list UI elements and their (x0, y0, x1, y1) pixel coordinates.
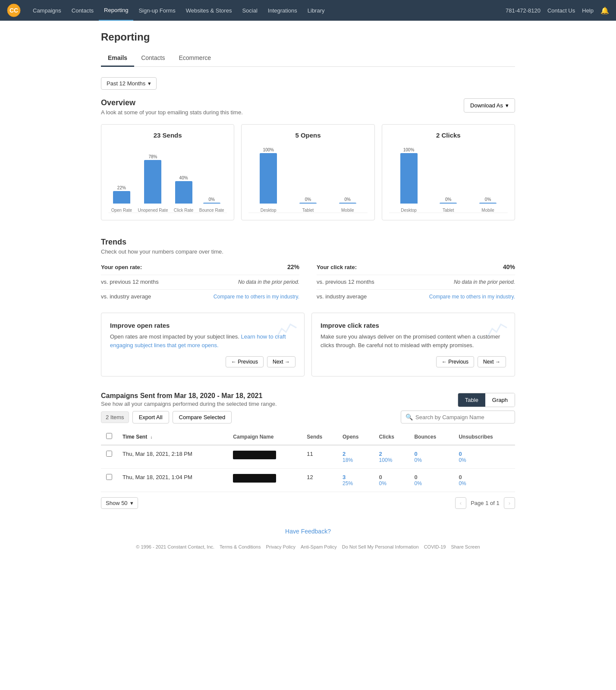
bar-opens-desktop-wrap: 100% (260, 147, 277, 204)
download-button[interactable]: Download As ▾ (464, 98, 515, 113)
opens-chart-card: 5 Opens 100% Desktop 0% (241, 124, 374, 220)
bar-clicks-tablet-wrap: 0% (440, 147, 457, 204)
row2-bounces: 0 0% (409, 469, 453, 492)
page-info: ‹ Page 1 of 1 › (455, 497, 515, 509)
footer-privacy[interactable]: Privacy Policy (266, 544, 295, 549)
trend-open-divider1 (101, 275, 299, 275)
col-bounces[interactable]: Bounces (409, 429, 453, 445)
nav-reporting[interactable]: Reporting (99, 0, 133, 21)
bar-clicks-mobile-wrap: 0% (479, 147, 497, 204)
overview-title: Overview (101, 98, 243, 107)
tip-click-next-button[interactable]: Next → (478, 356, 506, 367)
tip-open-text-before: Open rates are most impacted by your sub… (110, 333, 239, 340)
next-page-button[interactable]: › (504, 497, 515, 509)
bar-click-rate: 40% Click Rate (174, 147, 194, 213)
nav-help[interactable]: Help (582, 7, 594, 14)
view-table-button[interactable]: Table (458, 393, 485, 407)
row1-campaign-name (228, 445, 302, 469)
row1-opens-count: 2 (343, 451, 369, 457)
bar-bounce-rate-bar (203, 203, 220, 204)
trend-open-prev-value: No data in the prior period. (238, 279, 299, 285)
prev-page-button[interactable]: ‹ (455, 497, 466, 509)
bar-click-rate-label: Click Rate (174, 208, 194, 213)
footer-copyright: © 1996 - 2021 Constant Contact, Inc. (136, 544, 214, 549)
compare-selected-button[interactable]: Compare Selected (173, 411, 232, 423)
bar-click-rate-bar (175, 181, 192, 204)
tab-emails[interactable]: Emails (101, 50, 134, 67)
col-campaign-name[interactable]: Campaign Name (228, 429, 302, 445)
view-graph-button[interactable]: Graph (485, 393, 515, 407)
tip-open-nav: ← Previous Next → (110, 356, 295, 367)
nav-contact-us[interactable]: Contact Us (547, 7, 575, 14)
nav-websites-stores[interactable]: Websites & Stores (181, 0, 237, 21)
row2-checkbox[interactable] (106, 474, 112, 480)
tip-card-open-rates: Improve open rates Open rates are most i… (101, 313, 305, 376)
footer-do-not-sell[interactable]: Do Not Sell My Personal Information (342, 544, 419, 549)
nav-items: Campaigns Contacts Reporting Sign-up For… (28, 0, 506, 21)
charts-row: 23 Sends 22% Open Rate (101, 124, 515, 220)
clicks-chart-title: 2 Clicks (389, 132, 508, 139)
bar-opens-mobile-bar (339, 203, 356, 204)
campaigns-table: Time Sent ↓ Campaign Name Sends Opens Cl… (101, 429, 515, 492)
tip-click-prev-button[interactable]: ← Previous (436, 356, 474, 367)
trend-open-prev-row: vs. previous 12 months No data in the pr… (101, 279, 299, 285)
nav-contacts[interactable]: Contacts (66, 0, 99, 21)
sends-bar-chart: 22% Open Rate 78% Unopened Rate (108, 144, 227, 213)
trends-open-col: Your open rate: 22% vs. previous 12 mont… (101, 263, 299, 304)
bar-opens-tablet: 0% Tablet (299, 147, 317, 213)
tip-open-next-button[interactable]: Next → (267, 356, 295, 367)
bar-unopened-rate-label: Unopened Rate (138, 208, 168, 213)
col-clicks[interactable]: Clicks (374, 429, 409, 445)
row1-bounces-pct: 0% (414, 457, 448, 463)
notification-bell-icon[interactable]: 🔔 (600, 6, 609, 15)
col-sends[interactable]: Sends (302, 429, 337, 445)
trend-click-industry-link[interactable]: Compare me to others in my industry. (429, 294, 515, 300)
select-all-checkbox[interactable] (106, 433, 112, 439)
bar-unopened-rate: 78% Unopened Rate (138, 147, 168, 213)
row2-campaign-name-block (233, 474, 276, 483)
bar-open-rate: 22% Open Rate (111, 147, 132, 213)
row2-time-sent: Thu, Mar 18, 2021, 1:04 PM (117, 469, 228, 492)
bar-clicks-tablet: 0% Tablet (440, 147, 457, 213)
footer: © 1996 - 2021 Constant Contact, Inc. Ter… (101, 540, 515, 558)
tab-contacts[interactable]: Contacts (134, 50, 172, 67)
row1-checkbox[interactable] (106, 451, 112, 457)
trend-click-rate-value: 40% (503, 263, 515, 270)
col-time-sent[interactable]: Time Sent ↓ (117, 429, 228, 445)
footer-covid[interactable]: COVID-19 (424, 544, 446, 549)
nav-signup-forms[interactable]: Sign-up Forms (133, 0, 180, 21)
footer-terms[interactable]: Terms & Conditions (220, 544, 261, 549)
row2-clicks-pct: 0% (379, 480, 404, 486)
search-area: 🔍 (401, 411, 515, 423)
export-all-button[interactable]: Export All (132, 411, 169, 423)
campaign-search-input[interactable] (415, 414, 510, 420)
row2-unsubs-pct: 0% (459, 480, 510, 486)
feedback-link[interactable]: Have Feedback? (285, 528, 331, 535)
trends-section: Trends Check out how your numbers compar… (101, 238, 515, 376)
campaigns-subtitle: See how all your campaigns performed dur… (101, 401, 277, 407)
show-select-dropdown[interactable]: Show 50 ▾ (101, 497, 138, 509)
date-filter-dropdown[interactable]: Past 12 Months ▾ (101, 77, 157, 90)
col-opens[interactable]: Opens (337, 429, 374, 445)
row1-campaign-name-block (233, 451, 276, 459)
nav-integrations[interactable]: Integrations (263, 0, 302, 21)
nav-campaigns[interactable]: Campaigns (28, 0, 66, 21)
trend-click-industry-label: vs. industry average (317, 293, 367, 300)
col-unsubscribes[interactable]: Unsubscribes (453, 429, 515, 445)
logo[interactable]: CC (7, 3, 21, 17)
nav-social[interactable]: Social (237, 0, 262, 21)
col-unsubscribes-label: Unsubscribes (459, 434, 493, 440)
campaign-search-box[interactable]: 🔍 (401, 411, 515, 423)
trends-grid: Your open rate: 22% vs. previous 12 mont… (101, 263, 515, 304)
tip-open-text: Open rates are most impacted by your sub… (110, 332, 295, 349)
nav-library[interactable]: Library (302, 0, 330, 21)
tip-open-prev-button[interactable]: ← Previous (226, 356, 264, 367)
tab-ecommerce[interactable]: Ecommerce (172, 50, 218, 67)
tip-open-title: Improve open rates (110, 322, 295, 329)
trend-open-industry-link[interactable]: Compare me to others in my industry. (214, 294, 299, 300)
footer-share-screen[interactable]: Share Screen (451, 544, 480, 549)
footer-antispam[interactable]: Anti-Spam Policy (301, 544, 337, 549)
campaigns-title-block: Campaigns Sent from Mar 18, 2020 - Mar 1… (101, 392, 277, 407)
tip-card-click-rates: Improve click rates Make sure you always… (311, 313, 515, 376)
bar-clicks-tablet-bar (440, 203, 457, 204)
